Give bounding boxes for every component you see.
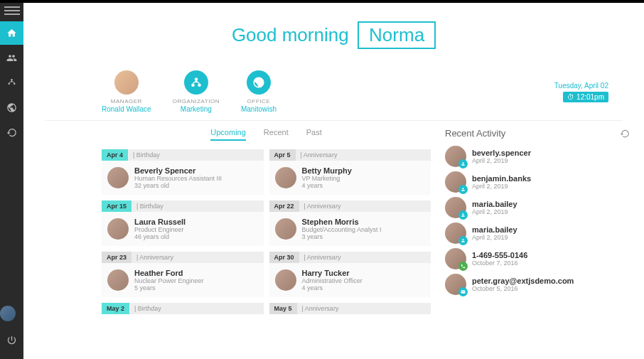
activity-name: 1-469-555-0146	[472, 251, 527, 259]
main-content: Good morning Norma MANAGER Ronald Wallac…	[23, 0, 644, 359]
event-type: | Birthday	[129, 303, 263, 314]
event-name: Beverly Spencer	[134, 166, 222, 175]
activity-avatar	[445, 146, 466, 167]
event-title: Budget/Accounting Analyst I	[302, 226, 382, 233]
event-date: Apr 23	[102, 252, 132, 263]
info-row: MANAGER Ronald Wallace ORGANIZATION Mark…	[23, 60, 644, 120]
svg-point-4	[191, 84, 195, 87]
event-avatar	[275, 269, 296, 291]
sidebar-bottom	[0, 306, 23, 359]
greeting-name: Norma	[358, 21, 436, 49]
user-badge-icon	[458, 236, 468, 245]
events-section: Upcoming Recent Past Apr 4| BirthdayBeve…	[102, 128, 431, 359]
event-card[interactable]: Apr 22| AnniversaryStephen MorrisBudget/…	[269, 200, 431, 246]
activity-avatar	[445, 248, 466, 269]
activity-name: maria.bailey	[472, 225, 517, 234]
current-date: Tuesday, April 02	[554, 82, 608, 90]
activity-item[interactable]: maria.baileyApril 2, 2019	[445, 223, 630, 244]
event-date: May 5	[269, 303, 297, 314]
nav-org[interactable]	[0, 71, 23, 95]
events-grid: Apr 4| BirthdayBeverly SpencerHuman Reso…	[102, 149, 431, 314]
content: Upcoming Recent Past Apr 4| BirthdayBeve…	[23, 128, 644, 359]
event-date: Apr 4	[102, 149, 128, 161]
activity-date: April 2, 2019	[472, 208, 517, 215]
phone-badge-icon	[458, 262, 468, 271]
event-card[interactable]: May 5| Anniversary	[269, 303, 431, 314]
user-badge-icon	[458, 159, 468, 168]
activity-name: maria.bailey	[472, 200, 517, 208]
event-card[interactable]: Apr 5| AnniversaryBetty MurphyVP Marketi…	[269, 149, 431, 195]
activity-date: April 2, 2019	[472, 234, 517, 241]
event-detail: 5 years	[134, 284, 204, 291]
menu-toggle[interactable]	[4, 4, 20, 17]
event-avatar	[107, 269, 129, 291]
info-office[interactable]: OFFICE Manitowish	[241, 70, 277, 113]
activity-avatar	[445, 274, 466, 295]
event-type: | Birthday	[132, 200, 263, 212]
event-name: Heather Ford	[134, 269, 204, 277]
event-name: Harry Tucker	[302, 269, 363, 277]
event-avatar	[275, 218, 296, 240]
greeting: Good morning Norma	[23, 7, 644, 60]
event-date: Apr 30	[269, 252, 299, 263]
tabs: Upcoming Recent Past	[102, 128, 431, 141]
event-type: | Birthday	[128, 149, 263, 161]
event-avatar	[275, 167, 296, 188]
event-name: Stephen Morris	[302, 218, 382, 226]
activity-item[interactable]: peter.gray@extjsdemo.comOctober 5, 2016	[445, 274, 630, 295]
divider	[45, 120, 623, 121]
mail-badge-icon	[458, 287, 468, 296]
nav-power[interactable]	[0, 328, 23, 352]
activity-item[interactable]: beverly.spencerApril 2, 2019	[445, 146, 630, 167]
event-avatar	[107, 167, 129, 188]
tab-past[interactable]: Past	[306, 128, 322, 141]
nav-globe[interactable]	[0, 96, 23, 119]
user-badge-icon	[458, 210, 468, 220]
event-type: | Anniversary	[299, 200, 431, 212]
info-organization[interactable]: ORGANIZATION Marketing	[173, 70, 220, 113]
topbar	[0, 0, 644, 3]
info-manager[interactable]: MANAGER Ronald Wallace	[102, 70, 151, 113]
history-icon[interactable]	[620, 129, 630, 139]
activity-item[interactable]: maria.baileyApril 2, 2019	[445, 197, 630, 218]
event-title: Human Resources Assistant III	[134, 175, 222, 182]
event-detail: 3 years	[302, 233, 382, 240]
event-avatar	[107, 218, 129, 240]
svg-point-1	[9, 83, 11, 85]
activity-item[interactable]: benjamin.banksApril 2, 2019	[445, 171, 630, 193]
manager-avatar	[114, 70, 139, 95]
tab-recent[interactable]: Recent	[264, 128, 289, 141]
event-date: Apr 15	[102, 200, 132, 212]
event-card[interactable]: May 2| Birthday	[102, 303, 264, 314]
event-name: Betty Murphy	[302, 166, 352, 175]
activity-item[interactable]: 1-469-555-0146October 7, 2016	[445, 248, 630, 269]
event-date: Apr 5	[269, 149, 296, 161]
event-card[interactable]: Apr 4| BirthdayBeverly SpencerHuman Reso…	[102, 149, 264, 195]
activity-section: Recent Activity beverly.spencerApril 2, …	[445, 128, 630, 359]
user-badge-icon	[458, 185, 468, 194]
event-title: VP Marketing	[302, 175, 352, 182]
activity-date: October 5, 2016	[472, 285, 574, 292]
org-icon	[184, 70, 208, 95]
datetime: Tuesday, April 02 ⏱ 12:01pm	[554, 82, 623, 102]
event-card[interactable]: Apr 23| AnniversaryHeather FordNuclear P…	[102, 252, 264, 297]
event-card[interactable]: Apr 15| BirthdayLaura RussellProduct Eng…	[102, 200, 264, 246]
activity-name: benjamin.banks	[472, 174, 531, 183]
svg-point-0	[11, 79, 13, 81]
activity-avatar	[445, 171, 466, 193]
activity-title: Recent Activity	[445, 128, 505, 139]
event-type: | Anniversary	[299, 252, 431, 263]
nav-home[interactable]	[0, 21, 23, 45]
event-type: | Anniversary	[297, 303, 431, 314]
activity-date: October 7, 2016	[472, 259, 527, 267]
nav-history[interactable]	[0, 121, 23, 144]
event-title: Administrative Officer	[302, 277, 363, 284]
event-date: May 2	[102, 303, 129, 314]
svg-point-5	[198, 84, 201, 87]
user-avatar[interactable]	[0, 306, 16, 321]
activity-avatar	[445, 223, 466, 244]
nav-people[interactable]	[0, 46, 23, 70]
event-card[interactable]: Apr 30| AnniversaryHarry TuckerAdministr…	[269, 252, 431, 297]
tab-upcoming[interactable]: Upcoming	[210, 128, 246, 141]
greeting-text: Good morning	[232, 24, 349, 45]
